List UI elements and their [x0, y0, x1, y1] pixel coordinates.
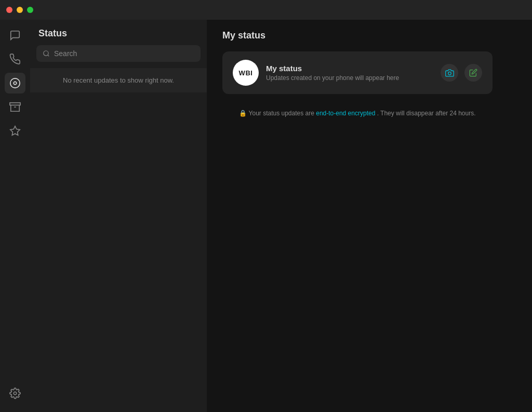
close-button[interactable]	[6, 7, 12, 13]
sidebar-item-calls[interactable]	[5, 49, 25, 70]
main-content: My status WBI My status Updates created …	[207, 20, 532, 412]
svg-point-8	[448, 72, 451, 75]
search-input[interactable]	[54, 49, 194, 58]
svg-line-7	[48, 55, 49, 57]
svg-marker-4	[10, 126, 20, 135]
encryption-prefix: 🔒	[239, 110, 248, 117]
sidebar-item-chats[interactable]	[5, 25, 25, 46]
svg-rect-2	[10, 103, 20, 105]
status-card-name: My status	[266, 64, 433, 73]
status-actions	[441, 64, 482, 82]
encryption-prefix-text: Your status updates are	[249, 110, 316, 117]
add-photo-status-button[interactable]	[441, 64, 458, 82]
my-status-card: WBI My status Updates created on your ph…	[222, 51, 493, 94]
sidebar-item-starred[interactable]	[5, 121, 25, 141]
maximize-button[interactable]	[27, 7, 33, 13]
avatar: WBI	[233, 60, 259, 86]
app-container: Status No recent updates to show right n…	[0, 20, 532, 412]
encryption-suffix: . They will disappear after 24 hours.	[377, 110, 476, 117]
status-panel-title: Status	[30, 20, 207, 45]
encryption-link[interactable]: end-to-end encrypted	[316, 110, 375, 117]
status-card-subtitle: Updates created on your phone will appea…	[266, 74, 433, 82]
search-bar[interactable]	[36, 45, 201, 62]
main-title: My status	[222, 30, 516, 41]
status-info: My status Updates created on your phone …	[266, 64, 433, 82]
svg-point-0	[10, 78, 20, 88]
sidebar-item-status[interactable]	[5, 73, 25, 94]
minimize-button[interactable]	[17, 7, 23, 13]
status-panel: Status No recent updates to show right n…	[30, 20, 207, 412]
search-icon	[43, 50, 50, 57]
no-updates-message: No recent updates to show right now.	[30, 68, 207, 92]
svg-point-6	[44, 51, 48, 56]
sidebar-bottom	[5, 383, 25, 407]
svg-point-5	[14, 392, 17, 395]
sidebar-item-archive[interactable]	[5, 97, 25, 117]
encryption-notice: 🔒 Your status updates are end-to-end enc…	[222, 110, 493, 117]
sidebar-item-settings[interactable]	[5, 383, 25, 404]
titlebar	[0, 0, 532, 20]
sidebar	[0, 20, 30, 412]
edit-status-button[interactable]	[464, 64, 482, 82]
svg-point-1	[14, 82, 17, 85]
